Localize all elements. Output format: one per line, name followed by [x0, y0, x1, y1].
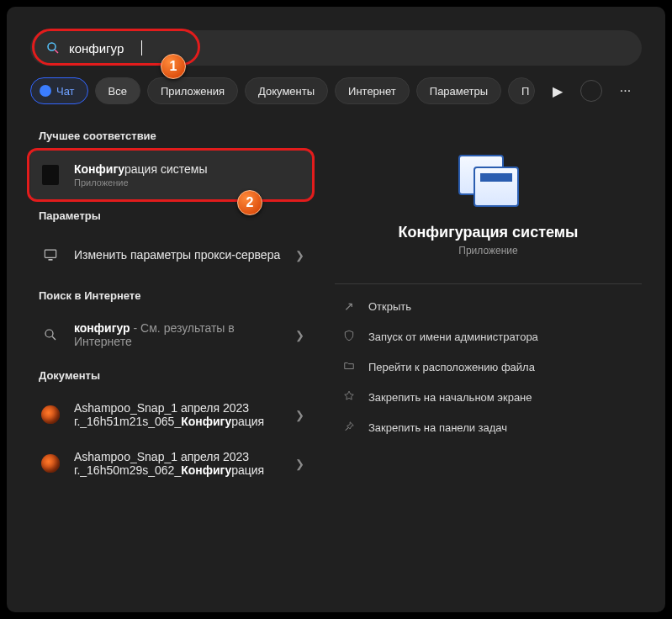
result-title: Ashampoo_Snap_1 апреля 2023 г._16h50m29s…	[74, 450, 288, 477]
details-panel: Конфигурация системы Приложение ↗ Открыт…	[318, 119, 665, 607]
app-icon	[39, 163, 62, 187]
section-best-match: Лучшее соответствие	[39, 130, 313, 142]
chip-label: Параметры	[430, 85, 488, 98]
result-system-configuration[interactable]: Конфигурация системы Приложение	[30, 151, 313, 199]
result-subtitle: Приложение	[74, 177, 304, 188]
section-settings: Параметры	[39, 209, 313, 222]
section-documents: Документы	[39, 369, 313, 382]
result-title: Ashampoo_Snap_1 апреля 2023 г._16h51m21s…	[74, 401, 288, 428]
folder-icon	[340, 360, 358, 374]
bing-icon	[40, 85, 51, 97]
chip-label: Все	[108, 85, 127, 98]
document-icon	[39, 452, 62, 475]
pin-icon	[340, 390, 358, 405]
chip-label: Приложения	[161, 85, 225, 98]
start-search-panel: Чат Все Приложения Документы Интернет Па…	[7, 7, 665, 612]
svg-line-5	[52, 336, 56, 340]
chip-label: П	[521, 85, 529, 98]
open-icon: ↗	[340, 299, 358, 313]
chip-label: Интернет	[348, 85, 396, 98]
more-icon[interactable]: ···	[614, 80, 636, 102]
divider	[335, 283, 642, 284]
chip-label: Документы	[258, 85, 315, 98]
details-title: Конфигурация системы	[335, 224, 642, 241]
chevron-right-icon: ❯	[295, 409, 304, 421]
annotation-badge-1: 1	[161, 54, 186, 79]
pin-icon	[340, 421, 358, 435]
action-open-location[interactable]: Перейти к расположению файла	[335, 352, 642, 382]
account-circle-icon[interactable]	[580, 80, 602, 102]
chip-overflow-partial[interactable]: П	[508, 77, 535, 104]
chip-apps[interactable]: Приложения	[147, 77, 238, 104]
result-proxy-settings[interactable]: Изменить параметры прокси-сервера ❯	[30, 230, 313, 279]
text-caret	[141, 40, 142, 56]
action-pin-taskbar[interactable]: Закрепить на панели задач	[335, 412, 642, 442]
action-label: Закрепить на начальном экране	[368, 391, 532, 404]
details-subtitle: Приложение	[335, 245, 642, 257]
result-title: Конфигурация системы	[74, 162, 304, 176]
action-label: Перейти к расположению файла	[368, 361, 535, 373]
search-icon	[39, 323, 62, 347]
svg-point-0	[48, 43, 56, 50]
result-web-search[interactable]: конфигур - См. результаты в Интернете ❯	[30, 310, 313, 359]
chip-label: Чат	[56, 85, 75, 98]
svg-line-1	[55, 50, 58, 53]
result-document-2[interactable]: Ashampoo_Snap_1 апреля 2023 г._16h50m29s…	[30, 439, 313, 488]
action-label: Закрепить на панели задач	[368, 421, 507, 434]
chevron-right-icon: ❯	[295, 329, 304, 341]
search-icon	[45, 40, 61, 56]
app-hero-icon	[455, 153, 522, 207]
search-bar[interactable]	[30, 30, 642, 66]
result-title: конфигур - См. результаты в Интернете	[74, 321, 288, 348]
results-column: Лучшее соответствие Конфигурация системы…	[7, 119, 318, 607]
action-label: Открыть	[368, 300, 411, 313]
chip-all[interactable]: Все	[95, 77, 140, 104]
settings-icon	[39, 243, 62, 267]
svg-point-4	[45, 330, 53, 337]
chip-chat[interactable]: Чат	[30, 77, 88, 104]
scroll-right-icon[interactable]: ▶	[547, 80, 569, 102]
chip-internet[interactable]: Интернет	[335, 77, 410, 104]
action-run-as-admin[interactable]: Запуск от имени администратора	[335, 321, 642, 352]
chevron-right-icon: ❯	[295, 458, 304, 470]
action-label: Запуск от имени администратора	[368, 331, 538, 343]
shield-icon	[340, 330, 358, 344]
chevron-right-icon: ❯	[295, 249, 304, 262]
action-open[interactable]: ↗ Открыть	[335, 291, 642, 321]
action-pin-start[interactable]: Закрепить на начальном экране	[335, 382, 642, 412]
chip-settings[interactable]: Параметры	[416, 77, 501, 104]
svg-rect-2	[45, 250, 56, 257]
search-input[interactable]	[69, 30, 627, 66]
filter-chip-row: Чат Все Приложения Документы Интернет Па…	[30, 77, 642, 104]
document-icon	[39, 403, 62, 426]
result-title: Изменить параметры прокси-сервера	[74, 248, 285, 262]
result-document-1[interactable]: Ashampoo_Snap_1 апреля 2023 г._16h51m21s…	[30, 390, 313, 439]
annotation-badge-2: 2	[237, 190, 262, 215]
section-web: Поиск в Интернете	[39, 289, 313, 302]
svg-rect-3	[49, 259, 53, 261]
chip-documents[interactable]: Документы	[245, 77, 328, 104]
